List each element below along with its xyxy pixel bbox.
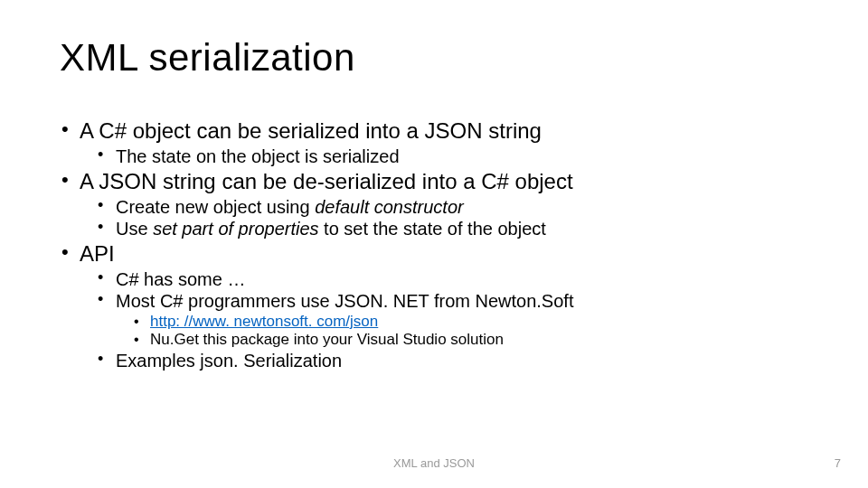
bullet-l3: Nu.Get this package into your Visual Stu… [132,331,810,350]
bullet-text: C# has some … [116,269,245,289]
bullet-l2: Most C# programmers use JSON. NET from N… [96,290,810,350]
bullet-l2: Examples json. Serialization [96,350,810,371]
bullet-l2: Create new object using default construc… [96,196,810,218]
bullet-l1: A C# object can be serialized into a JSO… [60,117,810,168]
bullet-text-emphasis: default constructor [315,197,464,217]
link-newtonsoft[interactable]: http: //www. newtonsoft. com/json [150,313,378,330]
bullet-l2: C# has some … [96,268,810,290]
bullet-text: to set the state of the object [319,219,546,239]
bullet-l1: A JSON string can be de-serialized into … [60,168,810,240]
bullet-text-emphasis: set part of properties [153,219,318,239]
slide-title: XML serialization [60,36,355,80]
bullet-text: Examples json. Serialization [116,351,342,371]
bullet-l2: The state on the object is serialized [96,145,810,167]
bullet-text: Create new object using [116,197,315,217]
bullet-text: API [80,241,115,266]
footer-center-text: XML and JSON [0,456,868,470]
bullet-text: A JSON string can be de-serialized into … [80,169,573,193]
page-number: 7 [835,456,841,470]
bullet-l2: Use set part of properties to set the st… [96,218,810,239]
slide: XML serialization A C# object can be ser… [0,0,868,488]
bullet-l1: API C# has some … Most C# programmers us… [60,240,810,372]
bullet-text: Nu.Get this package into your Visual Stu… [150,331,504,348]
bullet-text: The state on the object is serialized [116,146,400,166]
bullet-text: Most C# programmers use JSON. NET from N… [116,291,573,311]
bullet-text: A C# object can be serialized into a JSO… [80,118,542,143]
bullet-l3: http: //www. newtonsoft. com/json [132,313,810,332]
slide-body: A C# object can be serialized into a JSO… [60,117,810,372]
bullet-text: Use [116,219,153,239]
